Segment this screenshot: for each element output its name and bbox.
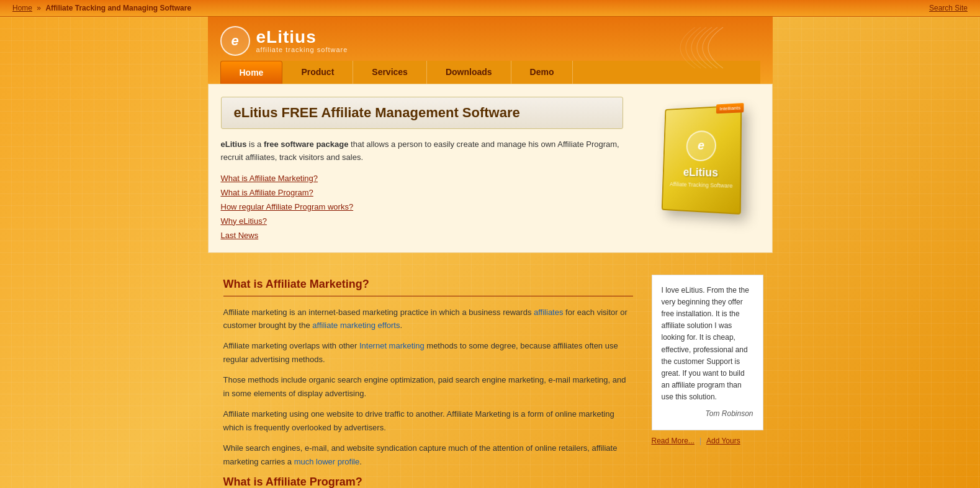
breadcrumb-home-link[interactable]: Home <box>12 4 32 12</box>
logo-symbol: e <box>231 33 238 49</box>
hero-link-regular-program[interactable]: How regular Affiliate Program works? <box>221 202 623 211</box>
article-paragraph-2: Affiliate marketing overlaps with other … <box>223 339 633 366</box>
nav-downloads[interactable]: Downloads <box>427 61 511 84</box>
hero-link-last-news[interactable]: Last News <box>221 231 623 240</box>
nav-product[interactable]: Product <box>282 61 353 84</box>
article-affiliate-marketing-title: What is Affiliate Marketing? <box>223 278 633 291</box>
logo-subtitle: affiliate tracking software <box>256 46 348 53</box>
article-paragraph-5: While search engines, e-mail, and websit… <box>223 441 633 468</box>
logo-text-area: eLitius affiliate tracking software <box>256 29 348 53</box>
hero-left: eLitius FREE Affiliate Management Softwa… <box>209 84 636 252</box>
hero-link-affiliate-marketing[interactable]: What is Affiliate Marketing? <box>221 174 623 183</box>
nav-services[interactable]: Services <box>353 61 427 84</box>
nav-bar: Home Product Services Downloads Demo <box>220 61 760 84</box>
header: e eLitius affiliate tracking software Ho… <box>208 17 773 84</box>
article-link-affiliate-marketing-efforts[interactable]: affiliate marketing efforts <box>312 321 400 330</box>
hero-description: eLitius is a free software package that … <box>221 138 623 164</box>
testimonial-author: Tom Robinson <box>662 408 753 420</box>
logo-icon: e <box>220 26 250 56</box>
hero-desc-text: is a free software package that allows a… <box>221 140 619 162</box>
product-box: Intelliants e eLitius Affiliate Tracking… <box>660 106 760 230</box>
article-sidebar: I love eLitius. From the the very beginn… <box>642 265 773 488</box>
testimonial-read-more[interactable]: Read More... <box>652 437 695 445</box>
hero-link-affiliate-program[interactable]: What is Affiliate Program? <box>221 188 623 197</box>
nav-home[interactable]: Home <box>220 61 283 84</box>
product-box-subtitle: Affiliate Tracking Software <box>669 181 732 189</box>
article-paragraph-3: Those methods include organic search eng… <box>223 373 633 400</box>
breadcrumb-separator: » <box>37 4 41 12</box>
article-link-internet-marketing[interactable]: Internet marketing <box>359 341 425 350</box>
article-main: What is Affiliate Marketing? Affiliate m… <box>208 265 633 488</box>
article-paragraph-4: Affiliate marketing using one website to… <box>223 407 633 434</box>
article-divider-1 <box>223 296 633 296</box>
top-bar: Home » Affiliate Tracking and Managing S… <box>0 0 980 17</box>
logo-title: eLitius <box>256 29 348 46</box>
hero-links: What is Affiliate Marketing? What is Aff… <box>221 174 623 240</box>
testimonial-add-yours[interactable]: Add Yours <box>706 437 740 445</box>
article-affiliate-program-title: What is Affiliate Program? <box>223 476 633 488</box>
breadcrumb: Home » Affiliate Tracking and Managing S… <box>12 4 191 12</box>
article-layout: What is Affiliate Marketing? Affiliate m… <box>208 265 773 488</box>
hero-brand-name: eLitius <box>221 140 247 149</box>
article-paragraph-1: Affiliate marketing is an internet-based… <box>223 306 633 332</box>
product-box-symbol: e <box>697 139 704 153</box>
article-link-much-lower[interactable]: much lower profile <box>294 457 360 466</box>
product-box-badge: Intelliants <box>716 103 744 113</box>
main-container: e eLitius affiliate tracking software Ho… <box>208 17 773 488</box>
testimonial-box: I love eLitius. From the the very beginn… <box>652 275 763 430</box>
hero-section: eLitius FREE Affiliate Management Softwa… <box>208 84 773 253</box>
search-site-link[interactable]: Search Site <box>929 4 968 12</box>
product-box-logo-circle: e <box>686 130 716 161</box>
hero-link-why-elitius[interactable]: Why eLitius? <box>221 216 623 226</box>
product-box-visual: Intelliants e eLitius Affiliate Tracking… <box>661 105 741 215</box>
logo-area: e eLitius affiliate tracking software <box>220 26 760 61</box>
testimonial-links: Read More... | Add Yours <box>652 437 763 445</box>
testimonial-separator: | <box>699 437 701 445</box>
nav-demo[interactable]: Demo <box>511 61 573 84</box>
hero-right: Intelliants e eLitius Affiliate Tracking… <box>648 84 772 252</box>
article-link-affiliates[interactable]: affiliates <box>534 308 563 317</box>
hero-title: eLitius FREE Affiliate Management Softwa… <box>221 97 623 129</box>
product-box-title: eLitius <box>683 166 718 180</box>
breadcrumb-current: Affiliate Tracking and Managing Software <box>45 4 191 12</box>
testimonial-text: I love eLitius. From the the very beginn… <box>662 286 749 402</box>
